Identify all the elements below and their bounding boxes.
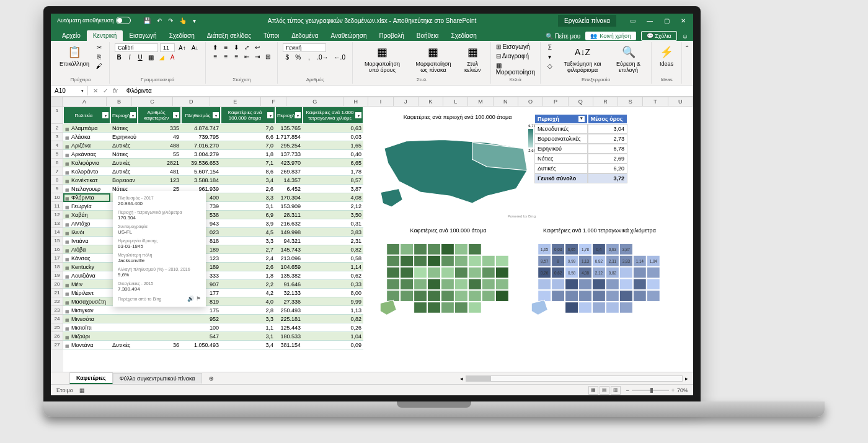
table-cell[interactable]: Δυτικές — [110, 159, 138, 167]
table-header[interactable]: Περιοχή▾ — [275, 107, 303, 124]
column-header[interactable]: T — [643, 97, 668, 107]
table-cell[interactable]: 27.336 — [275, 297, 303, 306]
ribbon-tab[interactable]: Αναθεώρηση — [324, 30, 373, 41]
minimize-icon[interactable]: — — [647, 17, 653, 24]
table-cell[interactable]: 8,00 — [303, 289, 363, 297]
macro-record-icon[interactable]: ▦ — [79, 387, 85, 393]
ribbon-tab[interactable]: Διάταξη σελίδας — [201, 30, 257, 41]
row-header[interactable]: 19 — [51, 271, 63, 280]
table-cell[interactable]: 6,6 — [221, 133, 275, 141]
table-cell[interactable]: 2,31 — [303, 237, 363, 245]
align-left-icon[interactable]: ≡ — [211, 53, 219, 61]
format-as-table-button[interactable]: ▦Μορφοποίηση ως πίνακα — [409, 43, 458, 74]
ribbon-tab[interactable]: Τύποι — [257, 30, 285, 41]
row-header[interactable]: 12 — [51, 211, 63, 219]
ribbon-tab[interactable]: Δεδομένα — [285, 30, 324, 41]
table-cell[interactable]: 1,65 — [303, 141, 363, 150]
table-cell[interactable]: 1,04 — [303, 332, 363, 341]
pivot-row[interactable]: Βορειοανατολικές2,73 — [534, 134, 627, 144]
table-cell[interactable]: 180.533 — [275, 332, 303, 341]
enter-formula-icon[interactable]: ✓ — [103, 87, 108, 94]
table-cell[interactable]: Κονέκτικατ — [63, 176, 110, 185]
row-header[interactable]: 20 — [51, 280, 63, 289]
table-cell[interactable]: 1,8 — [221, 271, 275, 280]
table-cell[interactable]: 1.050.493 — [181, 341, 221, 349]
table-cell[interactable]: Kentucky — [63, 263, 110, 271]
filter-icon[interactable]: ▾ — [130, 112, 136, 118]
table-cell[interactable]: 0,62 — [303, 271, 363, 280]
column-header[interactable]: O — [518, 97, 543, 107]
table-cell[interactable]: Ιντιάνα — [63, 237, 110, 245]
table-cell[interactable]: Μισιγκαν — [63, 306, 110, 315]
column-header[interactable]: C — [132, 97, 173, 107]
table-cell[interactable]: 0,33 — [303, 280, 363, 289]
share-button[interactable]: 👥 Κοινή χρήση — [585, 32, 636, 40]
paste-button[interactable]: 📋Επικόλληση — [57, 43, 92, 68]
row-header[interactable]: 14 — [51, 228, 63, 237]
table-cell[interactable]: Μασαχουσέτη — [63, 297, 110, 306]
map-chart-right[interactable]: Καφετέριες ανά 1.000 τετραγωνικά χιλιόμε… — [528, 227, 671, 327]
normal-view-icon[interactable]: ▦ — [588, 386, 598, 395]
table-cell[interactable]: Λουϊζιάνα — [63, 271, 110, 280]
table-cell[interactable]: Μινεσότα — [63, 315, 110, 323]
table-cell[interactable]: 1.717.854 — [275, 133, 303, 141]
table-cell[interactable]: 6,65 — [303, 159, 363, 167]
font-color-icon[interactable]: A — [168, 53, 177, 61]
table-cell[interactable]: Αρκάνσας — [63, 150, 110, 159]
autosave-toggle[interactable]: Αυτόματη αποθήκευση — [57, 17, 131, 24]
row-header[interactable]: 5 — [51, 150, 63, 159]
table-cell[interactable]: 7,0 — [221, 141, 275, 150]
table-cell[interactable]: 0,09 — [303, 341, 363, 349]
table-cell[interactable]: Μέριλαντ — [63, 289, 110, 297]
bold-button[interactable]: B — [115, 53, 123, 61]
table-cell[interactable] — [138, 332, 181, 341]
table-cell[interactable]: Φλόριντα — [63, 193, 110, 202]
align-center-icon[interactable]: ≡ — [221, 53, 230, 61]
table-cell[interactable]: 0,31 — [303, 219, 363, 228]
horizontal-scrollbar[interactable]: ◂▸ — [458, 375, 693, 382]
table-cell[interactable]: 2,12 — [303, 202, 363, 211]
table-cell[interactable]: 3,50 — [303, 211, 363, 219]
table-cell[interactable]: 135.382 — [275, 271, 303, 280]
cancel-formula-icon[interactable]: ✕ — [93, 87, 98, 94]
percent-icon[interactable]: % — [293, 53, 303, 61]
row-header[interactable]: 17 — [51, 254, 63, 263]
table-cell[interactable]: 0,82 — [303, 315, 363, 323]
comma-icon[interactable]: , — [304, 53, 313, 61]
table-cell[interactable]: 3,3 — [221, 237, 275, 245]
table-cell[interactable]: Γεωργία — [63, 202, 110, 211]
table-cell[interactable]: 36 — [138, 341, 181, 349]
filter-icon[interactable]: ▾ — [102, 112, 108, 118]
column-header[interactable]: J — [394, 97, 418, 107]
close-icon[interactable]: ✕ — [681, 17, 686, 24]
table-cell[interactable]: 4,2 — [221, 289, 275, 297]
table-cell[interactable]: 0,82 — [303, 245, 363, 254]
filter-icon[interactable]: ▾ — [213, 112, 219, 118]
table-cell[interactable]: 7,0 — [221, 124, 275, 133]
table-cell[interactable]: 9,99 — [303, 297, 363, 306]
table-cell[interactable]: 547 — [181, 332, 221, 341]
font-name-input[interactable]: Calibri — [115, 43, 158, 52]
italic-button[interactable]: I — [125, 53, 134, 61]
table-cell[interactable]: Νότιες — [110, 150, 138, 159]
table-cell[interactable]: 123 — [138, 176, 181, 185]
table-cell[interactable]: Βορειοαν — [110, 176, 138, 185]
table-cell[interactable]: Αλαμπάμα — [63, 124, 110, 133]
row-header[interactable]: 7 — [51, 167, 63, 176]
table-cell[interactable]: 153.909 — [275, 202, 303, 211]
redo-icon[interactable]: ↷ — [168, 17, 173, 24]
column-header[interactable]: N — [494, 97, 518, 107]
ribbon-tab[interactable]: Προβολή — [373, 30, 410, 41]
filter-icon[interactable]: ▾ — [173, 112, 179, 118]
increase-indent-icon[interactable]: ⇥ — [253, 53, 262, 61]
table-cell[interactable]: Αλάσκα — [63, 133, 110, 141]
table-cell[interactable]: 4,5 — [221, 228, 275, 237]
ribbon-tab[interactable]: Κεντρική — [87, 30, 123, 41]
table-cell[interactable]: 2821 — [138, 159, 181, 167]
table-cell[interactable]: 0,63 — [303, 124, 363, 133]
currency-icon[interactable]: $ — [283, 53, 291, 61]
table-cell[interactable]: 91.646 — [275, 280, 303, 289]
table-cell[interactable]: 213.096 — [275, 254, 303, 263]
ribbon-tab[interactable]: Βοήθεια — [410, 30, 445, 41]
touch-mode-icon[interactable]: 👆 — [179, 17, 187, 24]
